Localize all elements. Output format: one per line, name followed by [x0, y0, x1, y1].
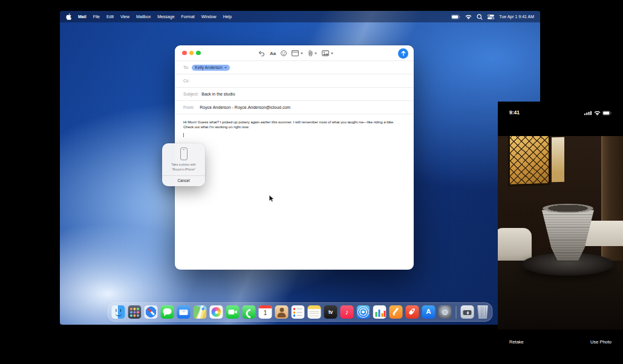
- dock-item-tv[interactable]: tv: [324, 305, 338, 319]
- clay-pot-shape: [542, 207, 594, 261]
- menu-item-window[interactable]: Window: [201, 15, 217, 19]
- iphone-status-bar: 9:41: [498, 107, 623, 118]
- menu-item-file[interactable]: File: [93, 15, 100, 19]
- dock-item-maps[interactable]: [194, 305, 207, 319]
- dock-item-notes[interactable]: [308, 305, 321, 319]
- menu-item-edit[interactable]: Edit: [106, 15, 114, 19]
- subject-value[interactable]: Back in the studio: [201, 92, 235, 96]
- subject-label: Subject:: [183, 92, 198, 96]
- wifi-icon[interactable]: [465, 15, 472, 19]
- popover-text-line2: “Royce’s iPhone”: [165, 167, 202, 172]
- gear-icon: ⚙: [442, 308, 449, 316]
- chevron-down-icon: [331, 53, 333, 54]
- iphone-battery-icon: [602, 107, 612, 118]
- chevron-down-icon: [224, 67, 227, 68]
- dock-item-contacts[interactable]: [275, 305, 289, 319]
- chevron-down-icon: [301, 53, 303, 54]
- retake-button[interactable]: Retake: [509, 339, 524, 345]
- dock-item-rocket-app[interactable]: [406, 305, 419, 319]
- to-label: To:: [183, 65, 189, 70]
- menu-item-view[interactable]: View: [120, 15, 129, 19]
- music-note-icon: ♪: [345, 309, 349, 316]
- dock-item-trash[interactable]: [477, 305, 489, 319]
- dock-item-camera[interactable]: [461, 305, 474, 319]
- cc-field-row[interactable]: Cc:: [175, 74, 414, 88]
- dock-item-settings[interactable]: ⚙: [439, 305, 452, 319]
- chevron-down-icon: [315, 53, 317, 54]
- dock-item-find-my[interactable]: [357, 305, 370, 319]
- menu-item-format[interactable]: Format: [181, 15, 195, 19]
- app-store-icon: A: [426, 308, 431, 316]
- text-caret: [183, 133, 184, 138]
- close-button[interactable]: [182, 51, 187, 56]
- iphone-camera-panel: 9:41 Retake Use Photo: [498, 102, 623, 364]
- minimize-button[interactable]: [189, 51, 194, 56]
- to-field-row[interactable]: To: Kelly Anderson: [175, 61, 414, 74]
- dock-item-stocks[interactable]: [373, 305, 387, 319]
- mouse-cursor: [269, 195, 275, 206]
- cancel-button[interactable]: Cancel: [162, 176, 205, 187]
- use-photo-button[interactable]: Use Photo: [590, 339, 612, 345]
- dock-item-pages[interactable]: [390, 305, 403, 319]
- cellular-icon: [584, 107, 592, 118]
- camera-action-bar: Retake Use Photo: [498, 330, 623, 354]
- pot-rim-shape: [543, 204, 593, 213]
- menu-item-message[interactable]: Message: [157, 15, 174, 19]
- iphone-icon: [180, 148, 188, 160]
- from-field-row[interactable]: From: Royce Anderson - Royce.Anderson@ic…: [175, 101, 414, 114]
- iphone-clock: 9:41: [509, 109, 520, 115]
- zoom-button[interactable]: [196, 51, 201, 56]
- popover-text-line1: Take a photo with: [165, 163, 202, 167]
- dock: 1 tv ♪ A ⚙: [108, 302, 493, 322]
- dock-item-music[interactable]: ♪: [341, 305, 354, 319]
- dock-item-finder[interactable]: [112, 305, 125, 319]
- compose-toolbar: Aa: [258, 45, 333, 61]
- camera-preview-photo: [498, 136, 623, 330]
- send-button[interactable]: [398, 48, 408, 59]
- dock-item-phone[interactable]: [243, 305, 256, 319]
- from-label: From:: [183, 105, 194, 109]
- take-photo-popover: Take a photo with “Royce’s iPhone” Cance…: [162, 143, 205, 186]
- dock-item-photos[interactable]: [210, 305, 223, 319]
- cc-label: Cc:: [183, 79, 190, 83]
- attach-button[interactable]: [308, 50, 318, 57]
- dock-item-messages[interactable]: [161, 305, 174, 319]
- dock-item-safari[interactable]: [145, 305, 158, 319]
- emoji-button[interactable]: [281, 50, 287, 56]
- door-shape: [601, 136, 623, 267]
- recipient-name: Kelly Anderson: [195, 65, 222, 70]
- window-titlebar[interactable]: Aa: [175, 45, 414, 61]
- dock-item-launchpad[interactable]: [128, 305, 142, 319]
- desktop: Mail File Edit View Mailbox Message Form…: [60, 11, 540, 325]
- menu-bar: Mail File Edit View Mailbox Message Form…: [60, 11, 540, 22]
- window-lattice-shape: [508, 136, 550, 186]
- battery-icon[interactable]: [451, 15, 460, 19]
- control-center-icon[interactable]: [488, 15, 494, 19]
- menu-item-mail[interactable]: Mail: [78, 15, 86, 19]
- menu-item-mailbox[interactable]: Mailbox: [136, 15, 151, 19]
- subject-field-row[interactable]: Subject: Back in the studio: [175, 88, 414, 101]
- from-value[interactable]: Royce Anderson - Royce.Anderson@icloud.c…: [200, 105, 290, 109]
- tv-icon: tv: [328, 310, 333, 315]
- dock-item-mail[interactable]: [177, 305, 191, 319]
- format-button[interactable]: Aa: [270, 51, 276, 56]
- mail-compose-window: Aa T: [175, 45, 414, 270]
- apple-menu[interactable]: [66, 13, 71, 20]
- calendar-icon: 1: [264, 310, 267, 316]
- dock-item-reminders[interactable]: [292, 305, 305, 319]
- undo-button[interactable]: [258, 50, 265, 56]
- message-text: Hi Mom! Guess what? I picked up pottery …: [183, 120, 405, 130]
- stationery-button[interactable]: [292, 50, 303, 56]
- dock-separator: [456, 306, 457, 319]
- insert-photo-button[interactable]: [322, 50, 333, 56]
- dock-item-calendar[interactable]: 1: [259, 305, 272, 319]
- iphone-wifi-icon: [594, 107, 601, 118]
- search-icon[interactable]: [477, 14, 483, 20]
- window-light-shape: [552, 137, 564, 183]
- message-body[interactable]: Hi Mom! Guess what? I picked up pottery …: [175, 114, 414, 137]
- recipient-token[interactable]: Kelly Anderson: [192, 65, 229, 71]
- dock-item-app-store[interactable]: A: [422, 305, 435, 319]
- menu-item-help[interactable]: Help: [223, 15, 232, 19]
- dock-item-facetime[interactable]: [226, 305, 240, 319]
- menu-bar-clock[interactable]: Tue Apr 1 9:41 AM: [499, 15, 534, 19]
